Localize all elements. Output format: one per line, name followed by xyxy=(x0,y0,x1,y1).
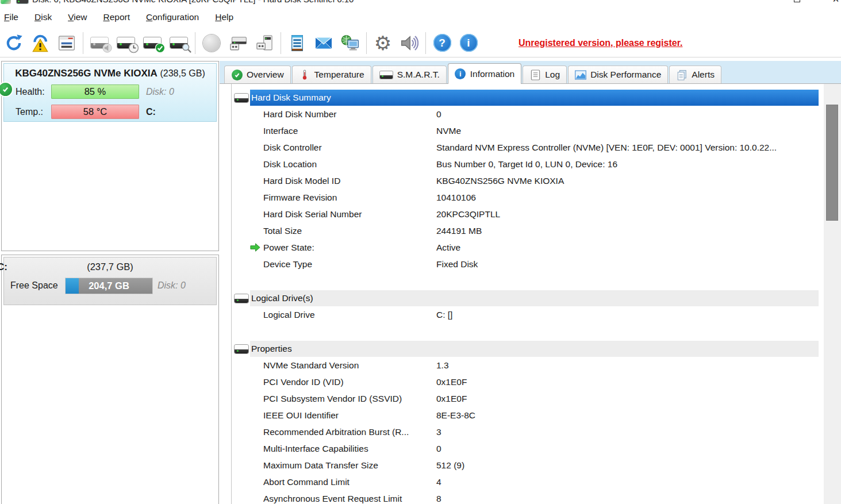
info-value: NVMe xyxy=(436,126,824,136)
scrollbar-thumb[interactable] xyxy=(826,105,838,221)
volume-card[interactable]: C: (237,7 GB) Free Space 204,7 GB Disk: … xyxy=(3,257,217,305)
temperature-row: Temp.: 58 °C C: xyxy=(4,104,216,120)
menu-file[interactable]: File xyxy=(0,6,26,28)
tab-information[interactable]: i Information xyxy=(448,63,522,84)
info-section: Hard Disk Summary Hard Disk Number 0 Int… xyxy=(232,90,824,272)
refresh-icon[interactable] xyxy=(1,30,27,56)
notepad-icon[interactable] xyxy=(284,30,310,56)
disk-ok-icon[interactable] xyxy=(139,30,166,56)
toolbar-separator xyxy=(425,32,426,54)
info-row: Logical Drive C: [] xyxy=(232,306,824,323)
info-icon[interactable]: i xyxy=(455,30,482,56)
info-section: Properties NVMe Standard Version 1.3 PCI… xyxy=(232,341,824,504)
info-section: Logical Drive(s) Logical Drive C: [] xyxy=(232,290,824,323)
disk-model: KBG40ZNS256G NVMe KIOXIA xyxy=(15,68,158,79)
volume-list-panel: C: (237,7 GB) Free Space 204,7 GB Disk: … xyxy=(1,255,219,504)
speaker-icon[interactable] xyxy=(396,30,423,56)
disk-tower-icon[interactable] xyxy=(251,30,278,56)
tab-disk-performance[interactable]: Disk Performance xyxy=(568,66,668,83)
window-disk-icon xyxy=(17,0,28,3)
info-value: 10410106 xyxy=(436,193,824,203)
info-row: Hard Disk Model ID KBG40ZNS256G NVMe KIO… xyxy=(232,172,824,189)
free-space-label: Free Space xyxy=(10,280,66,291)
info-row: PCI Vendor ID (VID) 0x1E0F xyxy=(232,374,824,390)
health-bar: 85 % xyxy=(51,84,139,99)
disk-connect-icon[interactable] xyxy=(225,30,251,56)
tab-alerts[interactable]: Alerts xyxy=(669,66,721,83)
application-window: Disk: 0, KBG40ZNS256G NVMe KIOXIA [20KPC… xyxy=(0,0,841,504)
info-value: Standard NVM Express Controller (NVMe) [… xyxy=(436,143,824,153)
log-page-icon xyxy=(529,69,541,80)
disk-alarm-icon[interactable] xyxy=(86,30,113,56)
menu-disk[interactable]: Disk xyxy=(26,6,60,28)
info-row: Maximum Data Transfer Size 512 (9) xyxy=(232,457,824,474)
disk-search-icon[interactable] xyxy=(166,30,192,56)
info-label: Multi-Interface Capabilities xyxy=(263,444,436,454)
tab-label: Overview xyxy=(247,70,284,80)
window-title: Disk: 0, KBG40ZNS256G NVMe KIOXIA [20KPC… xyxy=(32,0,354,6)
health-value: 85 % xyxy=(85,86,106,97)
report-window-icon[interactable] xyxy=(53,30,80,56)
info-label: Maximum Data Transfer Size xyxy=(263,460,436,471)
info-label: Logical Drive xyxy=(263,310,436,320)
toolbar-separator xyxy=(83,32,83,54)
mail-icon[interactable] xyxy=(310,30,337,56)
disk-list-panel: KBG40ZNS256G NVMe KIOXIA (238,5 GB) Heal… xyxy=(1,61,219,251)
info-row: Total Size 244191 MB xyxy=(232,222,824,239)
info-label: Asynchronous Event Request Limit xyxy=(263,494,436,504)
health-row: Health: 85 % Disk: 0 xyxy=(4,84,216,99)
info-row: Interface NVMe xyxy=(232,122,824,139)
info-value: 1.3 xyxy=(436,360,824,371)
info-value: 4 xyxy=(436,477,824,487)
alert-pages-icon xyxy=(676,69,688,80)
disk-clock-icon[interactable] xyxy=(113,30,139,56)
info-label: Power State: xyxy=(263,243,436,253)
tab-log[interactable]: Log xyxy=(523,66,567,83)
scrollbar[interactable] xyxy=(824,84,841,504)
info-value: 3 xyxy=(436,427,824,437)
section-header: Properties xyxy=(232,341,824,357)
disk-icon xyxy=(379,69,393,80)
info-row: Power State: Active xyxy=(232,239,824,256)
unregistered-link[interactable]: Unregistered version, please register. xyxy=(519,38,682,48)
overview-check-icon xyxy=(231,69,243,80)
info-label: Abort Command Limit xyxy=(263,477,436,487)
disk-icon xyxy=(235,94,248,102)
title-bar: Disk: 0, KBG40ZNS256G NVMe KIOXIA [20KPC… xyxy=(0,0,841,6)
info-row: Hard Disk Serial Number 20KPC3QIPTLL xyxy=(232,206,824,222)
used-space-segment xyxy=(66,278,79,294)
information-panel: Hard Disk Summary Hard Disk Number 0 Int… xyxy=(231,84,824,504)
help-icon[interactable]: ? xyxy=(429,30,455,56)
gear-icon[interactable]: ⚙ xyxy=(370,30,396,56)
tab-overview[interactable]: Overview xyxy=(224,66,291,83)
disk-card[interactable]: KBG40ZNS256G NVMe KIOXIA (238,5 GB) Heal… xyxy=(3,63,217,122)
tab-bar: Overview Temperature S.M.A.R.T. i Inform… xyxy=(220,61,841,83)
info-label: Total Size xyxy=(263,226,436,236)
tab-smart[interactable]: S.M.A.R.T. xyxy=(373,66,447,83)
thermometer-icon xyxy=(299,69,310,80)
tab-label: Temperature xyxy=(314,70,364,80)
sidebar: KBG40ZNS256G NVMe KIOXIA (238,5 GB) Heal… xyxy=(0,61,220,504)
info-value: 244191 MB xyxy=(436,226,824,236)
section-title: Properties xyxy=(251,344,292,354)
tab-temperature[interactable]: Temperature xyxy=(292,66,371,83)
refresh-warning-icon[interactable] xyxy=(27,30,53,56)
drive-letter-label: C: xyxy=(146,107,156,117)
menu-help[interactable]: Help xyxy=(207,6,241,28)
info-value: Bus Number 0, Target Id 0, LUN 0, Device… xyxy=(436,159,824,170)
close-button[interactable]: ✕ xyxy=(827,0,841,6)
info-value: Active xyxy=(436,243,824,253)
info-row: Multi-Interface Capabilities 0 xyxy=(232,440,824,457)
sphere-icon[interactable] xyxy=(198,30,225,56)
temperature-label: Temp.: xyxy=(16,107,51,117)
info-value: 0 xyxy=(436,444,824,454)
maximize-button[interactable] xyxy=(788,0,805,6)
green-arrow-icon xyxy=(249,241,262,256)
network-computer-icon[interactable] xyxy=(337,30,363,56)
menu-configuration[interactable]: Configuration xyxy=(138,6,207,28)
info-value: 8 xyxy=(436,494,824,504)
tab-label: Log xyxy=(545,70,560,80)
info-row: Recommended Arbitration Burst (R... 3 xyxy=(232,424,824,440)
menu-view[interactable]: View xyxy=(60,6,95,28)
menu-report[interactable]: Report xyxy=(95,6,138,28)
